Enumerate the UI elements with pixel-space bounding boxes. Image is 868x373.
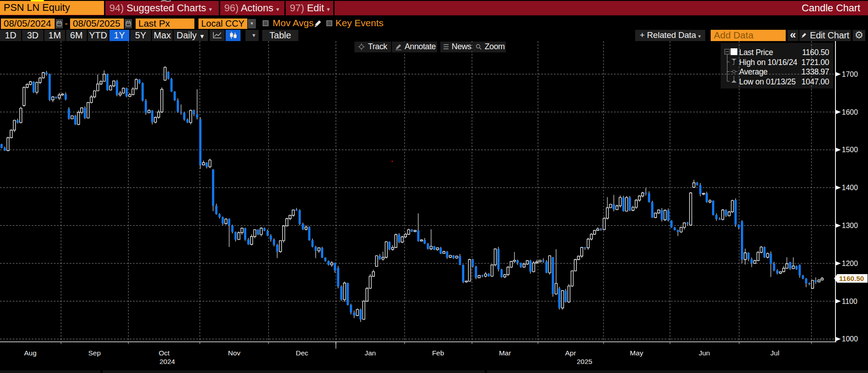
svg-text:2024: 2024 <box>160 358 175 365</box>
svg-text:Oct: Oct <box>159 349 170 357</box>
svg-text:1200: 1200 <box>842 260 858 267</box>
svg-text:1338.97: 1338.97 <box>802 67 829 76</box>
svg-text:1047.00: 1047.00 <box>802 77 830 86</box>
svg-text:Nov: Nov <box>228 349 241 357</box>
svg-text:2025: 2025 <box>577 358 592 365</box>
svg-text:Aug: Aug <box>24 349 37 357</box>
svg-text:Jan: Jan <box>365 349 376 357</box>
svg-text:Jun: Jun <box>699 349 710 357</box>
svg-text:1400: 1400 <box>842 184 858 191</box>
svg-text:May: May <box>630 349 643 357</box>
svg-text:1160.50: 1160.50 <box>802 48 829 57</box>
svg-text:1600: 1600 <box>842 108 858 116</box>
svg-text:Low on 01/13/25: Low on 01/13/25 <box>739 77 796 86</box>
svg-text:Average: Average <box>739 67 768 76</box>
svg-text:1160.50: 1160.50 <box>839 275 864 282</box>
svg-text:Jul: Jul <box>770 349 779 357</box>
svg-text:Feb: Feb <box>432 349 444 357</box>
svg-text:Mar: Mar <box>499 349 511 357</box>
svg-text:Dec: Dec <box>296 349 308 357</box>
svg-text:1500: 1500 <box>842 146 858 154</box>
svg-text:1700: 1700 <box>842 70 858 78</box>
svg-text:Apr: Apr <box>565 349 576 357</box>
svg-text:High on 10/16/24: High on 10/16/24 <box>739 58 797 67</box>
svg-text:1300: 1300 <box>842 222 858 229</box>
svg-text:Last Price: Last Price <box>739 48 773 57</box>
svg-text:1100: 1100 <box>842 298 858 305</box>
svg-text:1721.00: 1721.00 <box>802 58 830 67</box>
svg-text:Sep: Sep <box>88 349 101 357</box>
svg-text:1000: 1000 <box>842 335 858 343</box>
